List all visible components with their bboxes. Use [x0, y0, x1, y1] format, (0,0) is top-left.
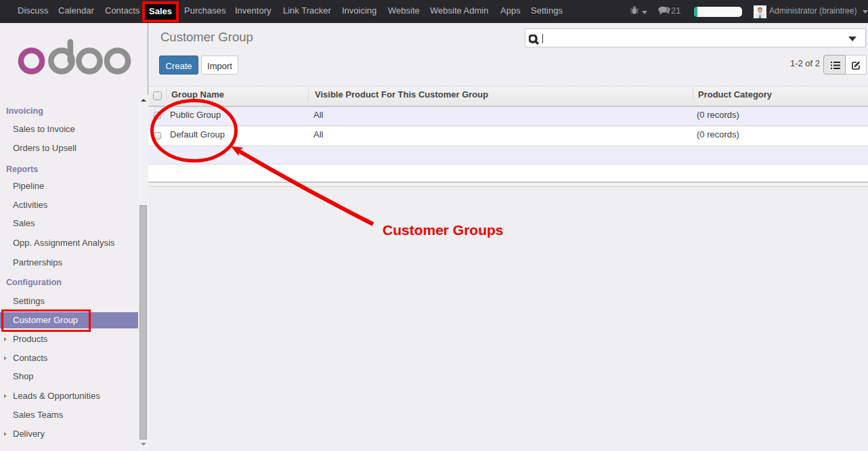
svg-text:Customer Groups: Customer Groups: [383, 222, 504, 238]
